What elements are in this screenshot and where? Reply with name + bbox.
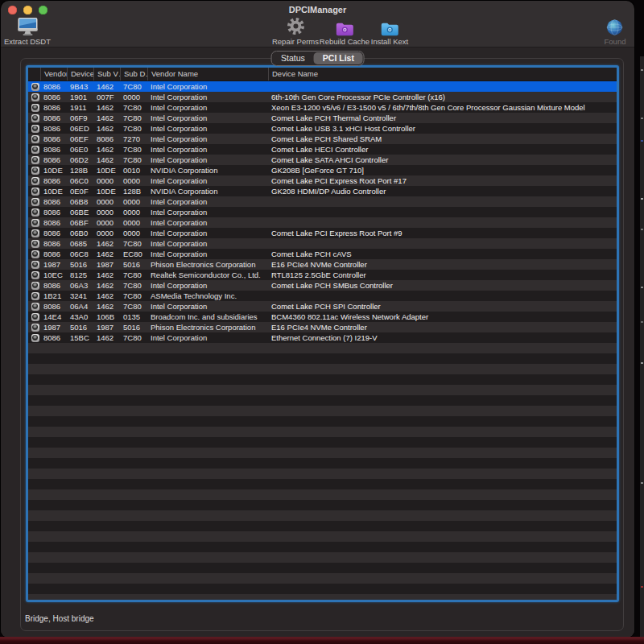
tab-status[interactable]: Status xyxy=(272,52,314,64)
column-header-device-name[interactable]: Device Name xyxy=(268,68,617,80)
table-row[interactable]: 10DE 0E0F 10DE 128B NVIDIA Corporation G… xyxy=(28,186,617,196)
cell-sub-vendor: 1462 xyxy=(93,249,120,259)
table-header: Vendor Device Sub V… Sub D… Vendor Name … xyxy=(28,68,617,81)
cell-vendor-name: Intel Corporation xyxy=(147,102,268,113)
pci-device-icon xyxy=(28,261,40,269)
cell-device-name: Comet Lake USB 3.1 xHCI Host Controller xyxy=(268,123,617,134)
extract-dsdt-button[interactable]: Extract DSDT xyxy=(4,16,51,46)
table-row[interactable]: 14E4 43A0 106B 0135 Broadcom Inc. and su… xyxy=(28,312,617,322)
cell-sub-device: 0000 xyxy=(120,228,147,238)
cell-vendor: 1987 xyxy=(40,259,67,270)
column-header-vendor-name[interactable]: Vendor Name xyxy=(147,68,268,80)
cell-sub-vendor: 1462 xyxy=(93,144,120,155)
table-row[interactable]: 8086 06A4 1462 7C80 Intel Corporation Co… xyxy=(28,301,617,312)
found-button[interactable]: Found xyxy=(605,16,626,46)
cell-sub-vendor: 1462 xyxy=(93,155,120,165)
repair-perms-button[interactable]: Repair Perms xyxy=(272,16,319,46)
cell-vendor-name: Intel Corporation xyxy=(147,175,268,186)
column-header-sub-device[interactable]: Sub D… xyxy=(120,68,147,80)
table-row[interactable]: 8086 06C0 0000 0000 Intel Corporation Co… xyxy=(28,175,617,186)
cell-device-name: Comet Lake PCH SMBus Controller xyxy=(268,280,617,291)
toolbar-item-label: Found xyxy=(605,37,626,46)
table-row[interactable]: 10EC 8125 1462 7C80 Realtek Semiconducto… xyxy=(28,270,617,280)
cell-device: 06A3 xyxy=(67,280,93,291)
table-row[interactable]: 8086 06ED 1462 7C80 Intel Corporation Co… xyxy=(28,123,617,134)
cell-device-name: GK208 HDMI/DP Audio Controller xyxy=(268,186,617,196)
cell-sub-vendor: 1462 xyxy=(93,81,120,92)
table-row[interactable]: 8086 06A3 1462 7C80 Intel Corporation Co… xyxy=(28,280,617,291)
table-row[interactable]: 1987 5016 1987 5016 Phison Electronics C… xyxy=(28,259,617,270)
cell-sub-vendor: 1462 xyxy=(93,301,120,312)
table-row[interactable]: 8086 0685 1462 7C80 Intel Corporation xyxy=(28,238,617,249)
cell-sub-vendor: 0000 xyxy=(93,217,120,228)
content-area: Status PCI List Vendor Device Sub V… Sub… xyxy=(1,47,634,638)
table-row[interactable]: 8086 1911 1462 7C80 Intel Corporation Xe… xyxy=(28,102,617,113)
cell-vendor-name: Intel Corporation xyxy=(147,332,268,343)
table-row[interactable]: 8086 1901 007F 0000 Intel Corporation 6t… xyxy=(28,92,617,102)
table-row[interactable]: 10DE 128B 10DE 0010 NVIDIA Corporation G… xyxy=(28,165,617,175)
toolbar: Extract DSDT Repair Perms xyxy=(1,16,634,47)
cell-sub-device: 7C80 xyxy=(120,123,147,134)
app-window: DPCIManager Extract DSDT xyxy=(1,1,634,638)
pci-device-icon xyxy=(28,104,40,112)
table-row[interactable]: 8086 06BE 0000 0000 Intel Corporation xyxy=(28,207,617,217)
cell-sub-vendor: 10DE xyxy=(93,165,120,175)
table-row[interactable]: 8086 06B0 0000 0000 Intel Corporation Co… xyxy=(28,228,617,238)
column-header-sub-vendor[interactable]: Sub V… xyxy=(93,68,120,80)
cell-device: 06ED xyxy=(67,123,93,134)
cell-sub-vendor: 1462 xyxy=(93,123,120,134)
cell-vendor: 8086 xyxy=(40,102,67,113)
cell-device: 06C8 xyxy=(67,249,93,259)
cell-vendor: 8086 xyxy=(40,207,67,217)
pci-device-icon xyxy=(28,93,40,101)
background-window-sliver xyxy=(640,56,644,644)
table-empty-area xyxy=(28,343,617,600)
table-row[interactable]: 8086 9B43 1462 7C80 Intel Corporation xyxy=(28,81,617,92)
table-row[interactable]: 8086 06B8 0000 0000 Intel Corporation xyxy=(28,196,617,207)
cell-sub-vendor: 1462 xyxy=(93,280,120,291)
cell-vendor-name: Intel Corporation xyxy=(147,249,268,259)
cell-device: 9B43 xyxy=(67,81,93,92)
minimize-button[interactable] xyxy=(23,6,32,14)
pci-device-icon xyxy=(28,146,40,154)
cell-vendor-name: Intel Corporation xyxy=(147,217,268,228)
column-header-icon[interactable] xyxy=(28,68,40,80)
cell-device: 5016 xyxy=(67,322,93,332)
table-row[interactable]: 8086 06E0 1462 7C80 Intel Corporation Co… xyxy=(28,144,617,155)
cell-sub-vendor: 0000 xyxy=(93,175,120,186)
pci-device-icon xyxy=(28,83,40,91)
table-row[interactable]: 8086 06F9 1462 7C80 Intel Corporation Co… xyxy=(28,113,617,123)
blue-folder-gear-icon xyxy=(381,16,399,36)
table-row[interactable]: 8086 06EF 8086 7270 Intel Corporation Co… xyxy=(28,134,617,144)
pci-device-icon xyxy=(28,114,40,122)
zoom-button[interactable] xyxy=(39,6,47,14)
cell-device-name: Comet Lake PCH SPI Controller xyxy=(268,301,617,312)
table-row[interactable]: 8086 06BF 0000 0000 Intel Corporation xyxy=(28,217,617,228)
cell-device-name: Comet Lake PCH Shared SRAM xyxy=(268,134,617,144)
column-header-vendor[interactable]: Vendor xyxy=(40,68,67,80)
table-row[interactable]: 8086 06D2 1462 7C80 Intel Corporation Co… xyxy=(28,155,617,165)
cell-sub-device: 5016 xyxy=(120,322,147,332)
cell-device: 06BE xyxy=(67,207,93,217)
cell-sub-vendor: 0000 xyxy=(93,228,120,238)
rebuild-cache-button[interactable]: Rebuild Cache xyxy=(320,16,369,46)
install-kext-button[interactable]: Install Kext xyxy=(371,16,408,46)
cell-sub-device: 7C80 xyxy=(120,291,147,301)
column-header-device[interactable]: Device xyxy=(67,68,93,80)
table-row[interactable]: 8086 15BC 1462 7C80 Intel Corporation Et… xyxy=(28,332,617,343)
cell-vendor: 14E4 xyxy=(40,312,67,322)
cell-device-name: Comet Lake HECI Controller xyxy=(268,144,617,155)
cell-sub-vendor: 1462 xyxy=(93,332,120,343)
table-row[interactable]: 1987 5016 1987 5016 Phison Electronics C… xyxy=(28,322,617,332)
tab-pci-list[interactable]: PCI List xyxy=(314,52,363,64)
cell-vendor-name: Intel Corporation xyxy=(147,155,268,165)
table-row[interactable]: 8086 06C8 1462 EC80 Intel Corporation Co… xyxy=(28,249,617,259)
pci-device-icon xyxy=(28,188,40,196)
cell-sub-device: 0135 xyxy=(120,312,147,322)
table-row[interactable]: 1B21 3241 1462 7C80 ASMedia Technology I… xyxy=(28,291,617,301)
cell-sub-device: EC80 xyxy=(120,249,147,259)
cell-device: 06B0 xyxy=(67,228,93,238)
pci-device-icon xyxy=(28,271,40,279)
cell-sub-device: 7270 xyxy=(120,134,147,144)
close-button[interactable] xyxy=(8,6,17,14)
